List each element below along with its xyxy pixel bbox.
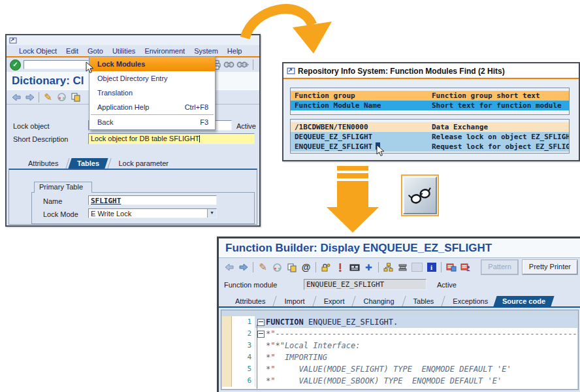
sap-window-icon	[287, 67, 295, 74]
menu-item-lock-modules[interactable]: Lock Modules	[89, 57, 215, 71]
refresh-icon[interactable]	[55, 90, 69, 104]
find-function-button[interactable]	[401, 174, 439, 216]
worklist-icon[interactable]	[396, 261, 410, 274]
pretty-printer-button[interactable]: Pretty Printer	[523, 260, 577, 274]
repository-title: Repository Info System: Function Modules…	[298, 67, 505, 76]
dictionary-tabstrip: Attributes Tables Lock parameter	[21, 157, 176, 169]
tab-attributes[interactable]: Attributes	[21, 158, 65, 169]
menu-goto[interactable]: Goto	[83, 47, 108, 55]
lock-mode-field[interactable]: E Write Lock ▾	[88, 208, 217, 218]
header-row-function-group: Function group Function group short text	[291, 91, 569, 101]
code-area[interactable]: 1 FUNCTION ENQUEUE_EZ_SFLIGHT. 2 *"-----…	[222, 316, 577, 389]
name-label: Name	[43, 197, 62, 205]
page-title: Function Builder: Display ENQUEUE_EZ_SFL…	[225, 242, 492, 255]
menu-item-back[interactable]: BackF3	[89, 115, 215, 129]
repository-result-box: /1BCDWBEN/TEN0000 Data Exchange DEQUEUE_…	[290, 119, 570, 154]
code-line: 1 FUNCTION ENQUEUE_EZ_SFLIGHT.	[222, 316, 577, 328]
menu-item-translation[interactable]: Translation	[89, 86, 215, 100]
builder-toolbar: ✎ @ ✚ i Pattern Pretty Printer	[219, 258, 580, 276]
pattern-button: Pattern	[481, 260, 517, 274]
shortcut-text: F3	[200, 115, 208, 129]
result-row-enqueue[interactable]: ENQUEUE_EZ_SFLIGHT Request lock for obje…	[291, 142, 569, 152]
tab-lock-parameter[interactable]: Lock parameter	[112, 158, 176, 169]
fold-scope-line	[257, 325, 257, 389]
enter-check-icon[interactable]: ✓	[10, 59, 21, 71]
tab-source-code[interactable]: Source code	[494, 296, 555, 306]
tab-exceptions[interactable]: Exceptions	[445, 296, 495, 306]
menu-item-object-directory-entry[interactable]: Object Directory Entry	[89, 71, 215, 86]
repository-window: Repository Info System: Function Modules…	[282, 62, 580, 161]
repository-titlebar: Repository Info System: Function Modules…	[283, 63, 579, 78]
name-field[interactable]: SFLIGHT	[88, 195, 217, 205]
where-used-icon[interactable]: @	[299, 261, 313, 274]
tab-changing[interactable]: Changing	[356, 296, 401, 306]
breakpoint-icon[interactable]	[333, 261, 347, 274]
navigation-icon[interactable]: ✚	[362, 261, 376, 274]
fold-toggle-icon[interactable]	[257, 319, 265, 326]
tab-export[interactable]: Export	[317, 296, 352, 306]
sap-window-icon	[9, 37, 17, 44]
menu-edit[interactable]: Edit	[61, 47, 83, 55]
documentation-icon[interactable]	[444, 261, 458, 274]
code-line: 3 *"*"Local Interface:	[222, 340, 577, 351]
code-line: 6 *" VALUE(MODE_SBOOK) TYPE ENQMODE DEFA…	[222, 375, 577, 387]
shortcut-text: Ctrl+F8	[185, 100, 208, 114]
code-line: 5 *" VALUE(MODE_SFLIGHT) TYPE ENQMODE DE…	[222, 363, 577, 375]
test-icon[interactable]	[319, 261, 332, 274]
menu-environment[interactable]: Environment	[140, 47, 189, 55]
command-field[interactable]	[24, 60, 89, 69]
primary-table-group-label: Primary Table	[34, 182, 92, 193]
blank-icon	[410, 261, 424, 274]
function-module-label: Function module	[224, 281, 277, 289]
tab-attributes[interactable]: Attributes	[228, 296, 272, 306]
tab-tables[interactable]: Tables	[69, 158, 108, 169]
builder-tabstrip: Attributes Import Export Changing Tables…	[219, 294, 580, 308]
text-caret	[199, 135, 200, 142]
forward-icon[interactable]	[23, 90, 37, 104]
runtime-analysis-icon[interactable]	[347, 261, 361, 274]
back-icon[interactable]	[9, 90, 23, 104]
menu-item-application-help[interactable]: Application HelpCtrl+F8	[89, 100, 215, 114]
fold-toggle-icon[interactable]	[257, 331, 265, 338]
copy-icon[interactable]	[69, 90, 82, 104]
refresh-icon[interactable]	[270, 261, 284, 274]
result-row-dequeue[interactable]: DEQUEUE_EZ_SFLIGHT Release lock on objec…	[291, 132, 569, 142]
short-description-label: Short Description	[13, 135, 68, 143]
docu-person-icon[interactable]	[459, 261, 472, 274]
mouse-cursor	[86, 61, 95, 74]
down-arrow	[325, 165, 380, 234]
menu-utilities[interactable]: Utilities	[108, 47, 140, 55]
page-title: Dictionary: Cl	[12, 74, 84, 88]
copy-icon[interactable]	[285, 261, 298, 274]
goto-menu-popup: Lock Modules Object Directory Entry Tran…	[89, 56, 216, 130]
header-row-function-module: Function Module Name Short text for func…	[291, 101, 569, 110]
display-change-icon[interactable]: ✎	[256, 261, 270, 274]
object-list-icon[interactable]	[381, 261, 395, 274]
mouse-cursor	[376, 144, 385, 157]
info-icon[interactable]: i	[425, 261, 438, 274]
function-module-field[interactable]: ENQUEUE_EZ_SFLIGHT	[304, 279, 427, 290]
menu-lock-object[interactable]: Lock Object	[14, 47, 61, 55]
tab-import[interactable]: Import	[277, 296, 312, 306]
dropdown-icon[interactable]: ▾	[207, 209, 216, 218]
forward-icon[interactable]	[236, 261, 250, 274]
glasses-icon	[406, 183, 434, 207]
active-label: Active	[437, 281, 457, 289]
back-icon[interactable]	[222, 261, 236, 274]
function-builder-window: Function Builder: Display ENQUEUE_EZ_SFL…	[217, 237, 580, 392]
lock-object-label: Lock object	[13, 122, 50, 130]
code-line: 2 *"------------------------------------…	[222, 328, 577, 340]
repository-header-box: Function group Function group short text…	[290, 88, 570, 115]
source-code-editor: 1 FUNCTION ENQUEUE_EZ_SFLIGHT. 2 *"-----…	[221, 310, 579, 390]
lock-mode-label: Lock Mode	[43, 210, 78, 218]
curved-arrow	[216, 0, 353, 63]
display-change-icon[interactable]: ✎	[41, 90, 55, 104]
short-description-field[interactable]: Lock object for DB table SFLIGHT	[88, 133, 255, 144]
tab-tables[interactable]: Tables	[406, 296, 442, 306]
active-label: Active	[236, 122, 256, 130]
builder-title-row: Function Builder: Display ENQUEUE_EZ_SFL…	[219, 238, 580, 258]
result-row-function-group[interactable]: /1BCDWBEN/TEN0000 Data Exchange	[291, 122, 569, 132]
orange-rule	[283, 78, 579, 79]
code-line: 4 *" IMPORTING	[222, 351, 577, 363]
